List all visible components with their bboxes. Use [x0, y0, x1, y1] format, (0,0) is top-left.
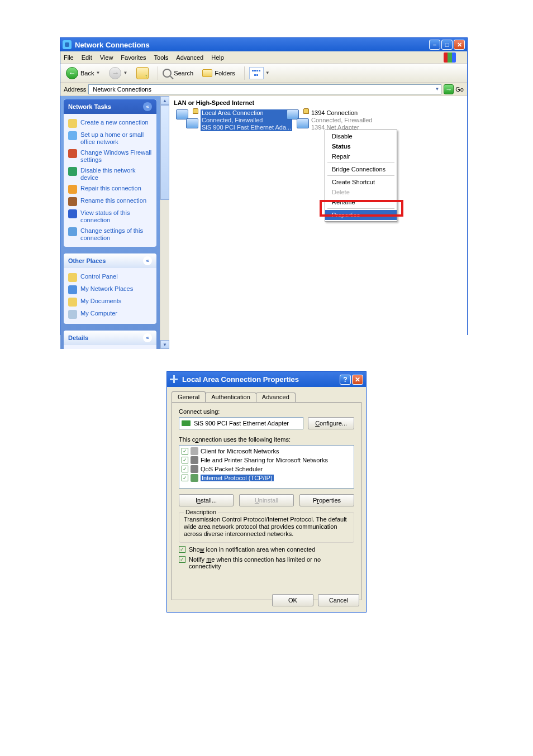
address-label: Address	[64, 86, 86, 93]
task-change-settings[interactable]: Change settings of this connection	[68, 226, 152, 243]
address-value: Network Connections	[93, 86, 151, 93]
adapter-field: SiS 900 PCI Fast Ethernet Adapter	[179, 417, 303, 429]
ctx-shortcut[interactable]: Create Shortcut	[325, 177, 397, 187]
help-button[interactable]: ?	[340, 375, 351, 385]
panel-header[interactable]: Network Tasks «	[64, 99, 156, 114]
titlebar[interactable]: Local Area Connection Properties ? ✕	[167, 372, 366, 387]
connection-lan[interactable]: Local Area Connection Connected, Firewal…	[176, 109, 292, 131]
configure-button[interactable]: Configure...	[308, 417, 354, 429]
task-firewall[interactable]: Change Windows Firewall settings	[68, 147, 152, 165]
menu-view[interactable]: View	[100, 54, 113, 61]
details-panel: Details « Local Area Connection	[64, 331, 156, 349]
views-button[interactable]: ▼	[247, 66, 272, 80]
titlebar[interactable]: Network Connections – □ ✕	[60, 38, 467, 51]
collapse-icon[interactable]: «	[143, 102, 152, 111]
ctx-bridge[interactable]: Bridge Connections	[325, 164, 397, 174]
connection-name: Local Area Connection	[202, 109, 291, 117]
panel-header[interactable]: Details «	[64, 331, 156, 345]
checkbox-icon[interactable]: ✓	[179, 556, 185, 563]
ctx-properties[interactable]: Properties	[325, 210, 397, 220]
folder-up-icon	[136, 67, 149, 79]
search-button[interactable]: Search	[160, 68, 196, 79]
minimize-button[interactable]: –	[429, 40, 440, 50]
close-button[interactable]: ✕	[454, 40, 465, 50]
checkbox-icon[interactable]: ✓	[179, 546, 185, 553]
network-icon	[63, 40, 72, 49]
up-button[interactable]	[134, 66, 151, 80]
connection-status: Connected, Firewalled	[202, 117, 291, 124]
collapse-icon[interactable]: «	[143, 333, 152, 342]
scroll-down-button[interactable]: ▼	[160, 340, 169, 349]
menu-edit[interactable]: Edit	[82, 54, 92, 61]
connection-status: Connected, Firewalled	[311, 117, 372, 124]
scroll-thumb[interactable]	[160, 105, 169, 200]
properties-button[interactable]: Properties	[299, 494, 354, 506]
maximize-button[interactable]: □	[441, 40, 453, 50]
notify-checkbox[interactable]: ✓ Notify me when this connection has lim…	[179, 556, 354, 570]
item-qos[interactable]: ✓QoS Packet Scheduler	[180, 465, 353, 473]
folder-icon	[202, 69, 212, 77]
connect-using-label: Connect using:	[179, 408, 354, 415]
back-button[interactable]: ← Back ▼	[64, 66, 102, 80]
components-list[interactable]: ✓Client for Microsoft Networks ✓File and…	[179, 445, 354, 489]
checkbox[interactable]: ✓	[182, 448, 188, 454]
description-group: Description Transmission Control Protoco…	[179, 512, 354, 543]
ok-button[interactable]: OK	[272, 594, 313, 606]
menu-favorites[interactable]: Favorites	[121, 54, 146, 61]
tab-advanced[interactable]: Advanced	[256, 393, 296, 402]
ctx-repair[interactable]: Repair	[325, 151, 397, 161]
show-icon-checkbox[interactable]: ✓ Show icon in notification area when co…	[179, 546, 354, 553]
connection-1394[interactable]: 1394 Connection Connected, Firewalled 13…	[287, 109, 372, 131]
go-button[interactable]: →	[444, 84, 454, 94]
close-button[interactable]: ✕	[352, 375, 363, 385]
back-arrow-icon: ←	[66, 67, 78, 79]
search-label: Search	[174, 70, 193, 76]
ctx-status[interactable]: Status	[325, 141, 397, 151]
item-file-printer[interactable]: ✓File and Printer Sharing for Microsoft …	[180, 456, 353, 465]
folders-label: Folders	[215, 70, 235, 76]
place-my-documents[interactable]: My Documents	[68, 296, 152, 308]
menu-advanced[interactable]: Advanced	[176, 54, 203, 61]
connection-icon	[170, 375, 179, 384]
item-tcpip[interactable]: ✓Internet Protocol (TCP/IP)	[180, 473, 353, 482]
menu-help[interactable]: Help	[211, 54, 224, 61]
collapse-icon[interactable]: «	[143, 256, 152, 265]
sidebar-scrollbar[interactable]: ▲ ▼	[160, 96, 169, 349]
tab-general[interactable]: General	[172, 391, 206, 402]
notify-label: Notify me when this connection has limit…	[189, 556, 354, 570]
forward-button[interactable]: → ▼	[107, 66, 130, 80]
place-my-computer[interactable]: My Computer	[68, 308, 152, 320]
item-client[interactable]: ✓Client for Microsoft Networks	[180, 447, 353, 456]
menu-file[interactable]: File	[64, 54, 74, 61]
checkbox[interactable]: ✓	[182, 457, 188, 463]
chevron-down-icon: ▼	[123, 70, 127, 75]
scroll-up-button[interactable]: ▲	[160, 96, 169, 105]
forward-arrow-icon: →	[109, 67, 121, 79]
menu-tools[interactable]: Tools	[154, 54, 169, 61]
place-network-places[interactable]: My Network Places	[68, 284, 152, 296]
cancel-button[interactable]: Cancel	[318, 594, 359, 606]
adapter-name: SiS 900 PCI Fast Ethernet Adapter	[194, 420, 289, 427]
task-setup-network[interactable]: Set up a home or small office network	[68, 130, 152, 147]
ctx-disable[interactable]: Disable	[325, 131, 397, 141]
task-create-connection[interactable]: Create a new connection	[68, 117, 152, 130]
go-label: Go	[455, 86, 464, 93]
menubar: File Edit View Favorites Tools Advanced …	[60, 51, 467, 64]
windows-flag-icon	[444, 52, 456, 63]
place-control-panel[interactable]: Control Panel	[68, 271, 152, 284]
tab-content: Connect using: SiS 900 PCI Fast Ethernet…	[172, 402, 361, 600]
chevron-down-icon[interactable]: ▼	[435, 87, 439, 92]
folders-button[interactable]: Folders	[200, 68, 237, 78]
panel-header[interactable]: Other Places «	[64, 253, 156, 268]
task-repair[interactable]: Repair this connection	[68, 183, 152, 195]
task-disable-device[interactable]: Disable this network device	[68, 165, 152, 183]
ctx-rename[interactable]: Rename	[325, 197, 397, 207]
install-button[interactable]: Install...	[179, 494, 234, 506]
task-view-status[interactable]: View status of this connection	[68, 208, 152, 226]
checkbox[interactable]: ✓	[182, 475, 188, 481]
task-rename[interactable]: Rename this connection	[68, 195, 152, 208]
address-field[interactable]: Network Connections ▼	[88, 84, 441, 94]
tab-authentication[interactable]: Authentication	[205, 393, 256, 402]
lock-icon	[303, 108, 309, 114]
checkbox[interactable]: ✓	[182, 466, 188, 472]
